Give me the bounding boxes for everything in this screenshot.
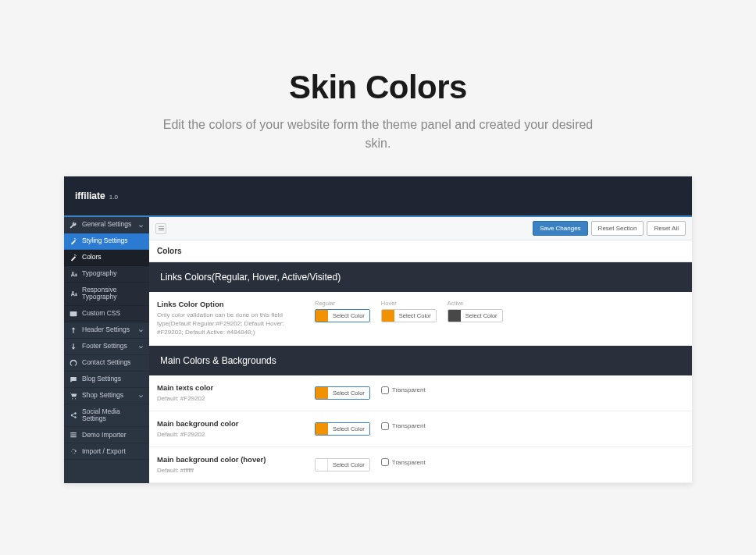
sidebar-item-responsive-typography[interactable]: Responsive Typography [64, 283, 149, 306]
color-state-hover: HoverSelect Color [381, 300, 437, 322]
chat-icon [70, 375, 77, 383]
transparent-checkbox[interactable]: Transparent [381, 458, 426, 466]
theme-panel: iffiliate 1.0 General SettingsStyling Se… [64, 176, 692, 483]
transparent-label: Transparent [392, 422, 426, 429]
sidebar-item-label: Demo Importer [82, 432, 144, 439]
reset-all-button[interactable]: Reset All [647, 221, 686, 236]
wand-icon [70, 237, 77, 245]
sidebar-item-custom-css[interactable]: Custom CSS [64, 306, 149, 322]
svg-rect-1 [158, 228, 163, 229]
sidebar-item-label: Contact Settings [82, 359, 144, 366]
css-icon [70, 310, 77, 318]
sidebar-item-label: Import / Export [82, 448, 144, 455]
transparent-label: Transparent [392, 459, 426, 466]
field-label: Main background color (hover) [157, 455, 305, 464]
expand-icon[interactable] [155, 223, 166, 234]
transparent-checkbox-input[interactable] [381, 458, 389, 466]
sidebar-item-import-export[interactable]: Import / Export [64, 443, 149, 460]
select-color-button[interactable]: Select Color [328, 387, 369, 399]
brand-name: iffiliate [75, 190, 105, 201]
color-swatch [316, 459, 328, 471]
sidebar-item-label: Header Settings [82, 326, 134, 333]
color-picker[interactable]: Select Color [315, 458, 370, 471]
color-swatch [316, 422, 328, 435]
sidebar: General SettingsStyling SettingsColorsTy… [64, 217, 149, 483]
color-picker[interactable]: Select Color [315, 422, 370, 436]
toolbar: Save Changes Reset Section Reset All [149, 217, 692, 240]
sidebar-item-label: General Settings [82, 221, 134, 228]
color-picker[interactable]: Select Color [381, 309, 437, 322]
color-picker[interactable]: Select Color [315, 309, 370, 322]
svg-rect-0 [158, 226, 163, 227]
select-color-button[interactable]: Select Color [328, 423, 369, 435]
color-state-regular: RegularSelect Color [315, 300, 370, 322]
arrow-up-icon [70, 326, 77, 334]
sidebar-item-label: Responsive Typography [82, 286, 144, 301]
sidebar-item-general-settings[interactable]: General Settings [64, 217, 149, 233]
brand-version: 1.0 [109, 194, 118, 201]
sidebar-item-styling-settings[interactable]: Styling Settings [64, 233, 149, 250]
color-picker[interactable]: Select Color [315, 386, 370, 400]
transparent-checkbox-input[interactable] [381, 422, 389, 430]
page-subtitle: Edit the colors of your website form the… [159, 116, 597, 153]
color-state-active: ActiveSelect Color [448, 300, 503, 322]
select-color-button[interactable]: Select Color [461, 310, 502, 322]
sidebar-item-label: Footer Settings [82, 343, 134, 350]
sidebar-item-label: Shop Settings [82, 392, 134, 399]
color-field-row: Main background color Default: #F29202 S… [149, 411, 692, 447]
select-color-button[interactable]: Select Color [328, 459, 369, 471]
sidebar-item-social-media-settings[interactable]: Social Media Settings [64, 404, 149, 428]
color-swatch [316, 310, 328, 322]
sidebar-item-label: Typography [82, 270, 144, 277]
wrench-icon [70, 221, 77, 229]
transparent-label: Transparent [392, 386, 426, 393]
sidebar-item-blog-settings[interactable]: Blog Settings [64, 372, 149, 388]
color-field-row: Main background color (hover) Default: #… [149, 447, 692, 483]
field-label: Main background color [157, 419, 305, 428]
transparent-checkbox[interactable]: Transparent [381, 386, 426, 394]
save-button[interactable]: Save Changes [533, 221, 587, 236]
select-color-button[interactable]: Select Color [394, 310, 436, 322]
sidebar-item-colors[interactable]: Colors [64, 250, 149, 266]
color-state-label: Regular [315, 300, 370, 307]
arrow-down-icon [70, 343, 77, 350]
reset-section-button[interactable]: Reset Section [591, 221, 644, 236]
color-state-label: Hover [381, 300, 437, 307]
section-band-links: Links Colors(Regular, Hover, Active/Visi… [149, 262, 692, 292]
panel-header: iffiliate 1.0 [64, 176, 692, 215]
sidebar-item-demo-importer[interactable]: Demo Importer [64, 427, 149, 443]
transparent-checkbox-input[interactable] [381, 386, 389, 394]
sidebar-item-label: Styling Settings [82, 237, 144, 244]
sidebar-item-label: Colors [82, 254, 144, 261]
transparent-checkbox[interactable]: Transparent [381, 422, 426, 430]
field-label: Main texts color [157, 383, 305, 392]
sidebar-item-header-settings[interactable]: Header Settings [64, 322, 149, 339]
sidebar-item-footer-settings[interactable]: Footer Settings [64, 339, 149, 355]
font-icon [70, 270, 77, 278]
phone-icon [70, 359, 77, 367]
field-help: Default: #F29202 [157, 394, 305, 403]
field-help: Only color validation can be done on thi… [157, 311, 305, 337]
sidebar-item-contact-settings[interactable]: Contact Settings [64, 355, 149, 372]
chevron-down-icon [138, 327, 144, 333]
sidebar-item-label: Social Media Settings [82, 408, 144, 423]
content-area: Save Changes Reset Section Reset All Col… [149, 217, 692, 483]
section-band-main: Main Colors & Backgrounds [149, 346, 692, 375]
chevron-down-icon [138, 343, 144, 349]
color-state-label: Active [448, 300, 503, 307]
sidebar-item-typography[interactable]: Typography [64, 266, 149, 283]
sidebar-item-shop-settings[interactable]: Shop Settings [64, 388, 149, 404]
chevron-down-icon [138, 393, 144, 398]
cart-icon [70, 392, 77, 400]
color-field-row: Main texts color Default: #F29202 Select… [149, 375, 692, 411]
sidebar-item-label: Blog Settings [82, 375, 144, 382]
links-color-field: Links Color Option Only color validation… [149, 292, 692, 346]
refresh-icon [70, 447, 77, 455]
select-color-button[interactable]: Select Color [328, 310, 369, 322]
sidebar-item-label: Custom CSS [82, 310, 144, 317]
color-swatch [382, 310, 394, 322]
color-picker[interactable]: Select Color [448, 309, 503, 322]
section-title: Colors [149, 240, 692, 262]
page-title: Skin Colors [16, 69, 740, 106]
wand-icon [70, 254, 77, 261]
